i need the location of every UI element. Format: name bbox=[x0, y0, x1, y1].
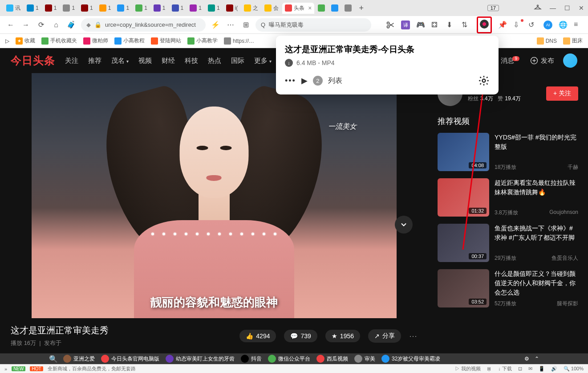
quick-access-item[interactable]: 微信公众平台 bbox=[268, 355, 310, 363]
browser-tab[interactable]: 1 bbox=[205, 3, 223, 13]
nav-item[interactable]: 茂名 ▾ bbox=[111, 57, 129, 65]
extensions-icon[interactable]: ⊞ bbox=[240, 20, 251, 30]
sync-icon[interactable]: ⇅ bbox=[462, 20, 470, 29]
bookmark-item[interactable]: 小高教学 bbox=[187, 37, 218, 45]
more-icon[interactable]: ⋯ bbox=[225, 20, 236, 30]
mail-icon[interactable]: ✉ bbox=[528, 366, 532, 372]
close-button[interactable]: ✕ bbox=[578, 5, 584, 11]
close-icon[interactable]: × bbox=[308, 4, 312, 12]
volume-icon[interactable]: 🔊 bbox=[551, 366, 557, 372]
highlighted-extension[interactable] bbox=[477, 16, 492, 33]
more-actions-icon[interactable]: ⋯ bbox=[409, 331, 417, 341]
browser-tab-active[interactable]: 头条 × bbox=[282, 3, 314, 14]
share-button[interactable]: ↗分享 bbox=[368, 329, 401, 343]
expand-taskbar-icon[interactable]: ⌃ bbox=[535, 356, 539, 362]
chevron-icon[interactable]: » bbox=[4, 366, 7, 372]
gear-icon[interactable] bbox=[478, 75, 490, 86]
browser-tab[interactable]: 1 bbox=[187, 3, 204, 13]
search-icon[interactable]: 🔍 bbox=[49, 355, 58, 363]
quick-access-item[interactable]: 西瓜视频 bbox=[316, 355, 348, 363]
recommended-item[interactable]: 00:37 鱼蛋也来挑战一下《求神》#求神 #广东人听了都迈不开脚 29万播放鱼… bbox=[438, 224, 578, 262]
forward-button[interactable]: → bbox=[20, 20, 31, 30]
collapse-button[interactable] bbox=[395, 216, 413, 234]
bookmark-folder[interactable]: DNS bbox=[537, 37, 557, 45]
reload-button[interactable]: ⟳ bbox=[36, 20, 46, 30]
download-icon[interactable]: ⬇ bbox=[446, 20, 455, 29]
browser-tab[interactable]: 1 bbox=[60, 3, 77, 13]
nav-item[interactable]: 关注 bbox=[65, 57, 78, 65]
browser-tab[interactable]: 1 bbox=[42, 3, 60, 13]
play-bookmark-icon[interactable]: ▷ bbox=[5, 38, 9, 44]
nav-item[interactable]: 热点 bbox=[208, 57, 221, 65]
user-avatar[interactable] bbox=[563, 53, 577, 68]
play-icon[interactable]: ▶ bbox=[301, 76, 308, 86]
game-icon[interactable]: 🎮 bbox=[416, 20, 425, 29]
messages-link[interactable]: 消息9 bbox=[501, 57, 521, 65]
back-button[interactable]: ← bbox=[5, 20, 16, 30]
comment-button[interactable]: 💬739 bbox=[284, 330, 317, 342]
quick-access-item[interactable]: 今日头条官网电脑版 bbox=[101, 355, 159, 363]
video-player[interactable]: 一流美女 靓丽的容貌和魅惑的眼神 bbox=[32, 73, 397, 318]
recommended-item[interactable]: 01:32 超近距离看宝岛最红拉拉队辣妹林襄激情跳舞🔥 3.8万播放Goujoh… bbox=[438, 178, 578, 217]
quick-access-item[interactable]: 幼态审美盯上女生的牙齿 bbox=[166, 355, 235, 363]
browser-tab[interactable]: 1 bbox=[114, 3, 132, 13]
bookmark-item[interactable]: https://… bbox=[224, 37, 254, 45]
recommended-item[interactable]: 04:08 YYDS#邵一菲 #我们的时光完整版 18万播放千赫 bbox=[438, 133, 578, 171]
nav-item[interactable]: 视频 bbox=[138, 57, 152, 65]
my-video-link[interactable]: ▷ 我的视频 bbox=[455, 365, 481, 372]
bookmark-item[interactable]: 小高教程 bbox=[114, 37, 145, 45]
pin-icon[interactable]: 📌 bbox=[498, 20, 507, 29]
browser-tab[interactable]: 会 bbox=[262, 3, 281, 14]
bookmark-folder[interactable]: 图床 bbox=[563, 37, 583, 45]
ai-icon[interactable]: AI bbox=[543, 20, 552, 29]
browser-tab[interactable]: 之 bbox=[241, 3, 261, 14]
browser-tab[interactable] bbox=[342, 3, 354, 13]
tab-counter[interactable]: 17 bbox=[487, 5, 499, 11]
download-status[interactable]: ↓ 下载 bbox=[498, 365, 512, 372]
nav-item[interactable]: 财经 bbox=[162, 57, 175, 65]
browser-tab[interactable] bbox=[328, 3, 341, 13]
more-options-icon[interactable]: ••• bbox=[285, 76, 296, 86]
browser-tab[interactable]: 1 bbox=[151, 3, 168, 13]
search-input[interactable]: Q 曝马斯克吸毒 bbox=[255, 18, 371, 32]
browser-tab[interactable]: i( bbox=[223, 3, 241, 13]
settings-icon[interactable]: ⚙ bbox=[524, 356, 529, 362]
promo-text[interactable]: 全新商城，百余商品免费兑，免邮无套路 bbox=[48, 365, 136, 372]
quick-access-item[interactable]: 审美 bbox=[354, 355, 375, 363]
browser-tab[interactable] bbox=[315, 3, 328, 13]
nav-item[interactable]: 国际 bbox=[231, 57, 244, 65]
browser-tab[interactable]: 1 bbox=[169, 3, 187, 13]
recommended-item[interactable]: 03:52 什么是颜值即正义？当碰到颜值逆天的仆人和财阀千金，你会怎么选 52万… bbox=[438, 269, 578, 307]
bookmark-item[interactable]: 登陆网站 bbox=[151, 37, 181, 45]
pip-icon[interactable]: ⊡ bbox=[518, 366, 522, 372]
globe-icon[interactable]: 🌐 bbox=[559, 20, 568, 29]
browser-tab[interactable]: 1 bbox=[24, 3, 41, 13]
translate-icon[interactable]: 译 bbox=[401, 20, 410, 29]
nav-item[interactable]: 科技 bbox=[185, 57, 198, 65]
quick-access-item[interactable]: 抖音 bbox=[241, 355, 262, 363]
home-button[interactable]: ⌂ bbox=[51, 20, 61, 30]
list-label[interactable]: 列表 bbox=[328, 76, 342, 86]
zoom-level[interactable]: 🔍 100% bbox=[564, 366, 584, 372]
shield-status-icon[interactable]: ⛨ bbox=[487, 366, 492, 372]
browser-tab[interactable]: 1 bbox=[133, 3, 150, 13]
nav-item[interactable]: 更多 ▾ bbox=[254, 57, 272, 65]
menu-icon[interactable]: ≡ bbox=[574, 20, 583, 29]
new-tab-button[interactable]: + bbox=[355, 2, 367, 15]
maximize-button[interactable]: ☐ bbox=[564, 5, 570, 11]
bookmark-item[interactable]: ★收藏 bbox=[16, 37, 35, 45]
minimize-button[interactable]: — bbox=[550, 5, 556, 11]
quick-access-item[interactable]: 32岁被父母审美霸凌 bbox=[381, 355, 440, 363]
bookmark-item[interactable]: 微粕师 bbox=[83, 37, 108, 45]
like-button[interactable]: 👍4294 bbox=[239, 330, 276, 342]
browser-tab[interactable]: 1 bbox=[97, 3, 114, 13]
browser-tab[interactable]: 1 bbox=[78, 3, 96, 13]
history-icon[interactable]: ↺ bbox=[528, 20, 537, 29]
bookmark-item[interactable]: 手机收藏夹 bbox=[41, 37, 77, 45]
quick-access-item[interactable]: 亚洲之爱 bbox=[63, 355, 95, 363]
browser-tab[interactable]: 讯 bbox=[4, 3, 23, 14]
dice-icon[interactable]: ⚃ bbox=[431, 20, 440, 29]
url-input[interactable]: ◆ 🔒 urce=copy_link&source=m_redirect bbox=[81, 18, 206, 32]
site-logo[interactable]: 今日头条 bbox=[11, 53, 55, 68]
wardrobe-icon[interactable] bbox=[534, 4, 542, 12]
